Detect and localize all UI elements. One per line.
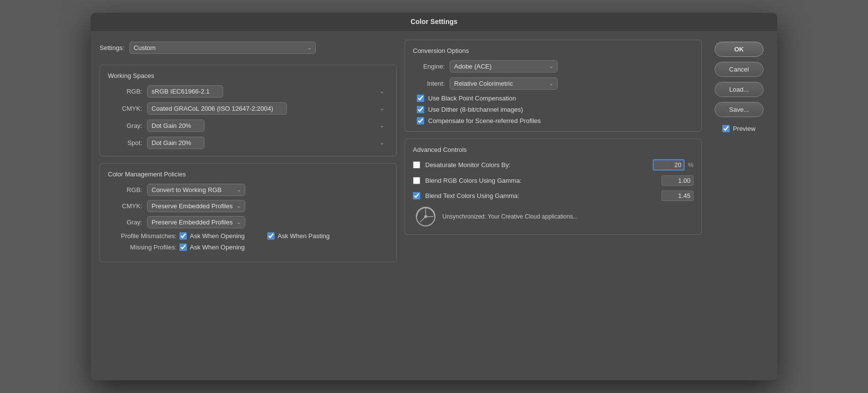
- ask-opening-2-group: Ask When Opening: [179, 244, 245, 251]
- settings-select[interactable]: Custom Monitor Color sRGB General Purpos…: [129, 42, 316, 54]
- engine-select[interactable]: Adobe (ACE) Apple CMM: [450, 60, 558, 73]
- unsync-text: Unsynchronized: Your Creative Cloud appl…: [442, 213, 578, 220]
- ask-opening-2-checkbox[interactable]: [179, 244, 187, 251]
- gray-select-wrapper: Dot Gain 20%: [147, 120, 388, 132]
- policy-rgb-label: RGB:: [108, 186, 142, 194]
- cmyk-select[interactable]: Coated GRACoL 2006 (ISO 12647-2:2004): [147, 102, 287, 115]
- load-button[interactable]: Load...: [715, 82, 764, 97]
- policy-gray-label: Gray:: [108, 219, 142, 226]
- blend-text-label: Blend Text Colors Using Gamma:: [425, 192, 662, 199]
- blend-rgb-row: Blend RGB Colors Using Gamma:: [413, 175, 693, 186]
- gray-label: Gray:: [108, 122, 142, 129]
- ask-pasting-group: Ask When Pasting: [267, 232, 330, 240]
- unsync-icon: [415, 206, 436, 227]
- rgb-select[interactable]: sRGB IEC61966-2.1: [147, 85, 223, 98]
- policy-rgb-wrapper: Off Preserve Embedded Profiles Convert t…: [147, 184, 245, 196]
- policy-cmyk-row: CMYK: Off Preserve Embedded Profiles Con…: [108, 200, 388, 212]
- unsync-row: Unsynchronized: Your Creative Cloud appl…: [413, 206, 693, 227]
- preview-group: Preview: [722, 125, 755, 132]
- desaturate-input[interactable]: [653, 159, 685, 171]
- spot-label: Spot:: [108, 139, 142, 147]
- intent-select[interactable]: Perceptual Saturation Relative Colorimet…: [450, 77, 558, 90]
- missing-profiles-label: Missing Profiles:: [108, 244, 177, 251]
- policy-cmyk-wrapper: Off Preserve Embedded Profiles Convert t…: [147, 200, 245, 212]
- ask-pasting-checkbox[interactable]: [267, 232, 275, 240]
- missing-profiles-row: Missing Profiles: Ask When Opening: [108, 244, 388, 251]
- policy-gray-select[interactable]: Off Preserve Embedded Profiles Convert t…: [147, 216, 245, 228]
- preview-label: Preview: [733, 125, 755, 132]
- cmyk-select-wrapper: Coated GRACoL 2006 (ISO 12647-2:2004): [147, 102, 388, 115]
- rgb-row: RGB: sRGB IEC61966-2.1: [108, 85, 388, 98]
- advanced-controls-section: Advanced Controls Desaturate Monitor Col…: [405, 139, 702, 235]
- desaturate-label: Desaturate Monitor Colors By:: [425, 161, 653, 169]
- settings-row: Settings: Custom Monitor Color sRGB Gene…: [100, 40, 397, 58]
- policy-gray-wrapper: Off Preserve Embedded Profiles Convert t…: [147, 216, 245, 228]
- color-management-title: Color Management Policies: [108, 171, 388, 178]
- title-text: Color Settings: [410, 18, 458, 25]
- ask-opening-2-label: Ask When Opening: [190, 244, 245, 251]
- gray-select[interactable]: Dot Gain 20%: [147, 120, 204, 132]
- blend-rgb-label: Blend RGB Colors Using Gamma:: [425, 177, 662, 184]
- policy-cmyk-label: CMYK:: [108, 202, 142, 210]
- cancel-button[interactable]: Cancel: [715, 62, 764, 77]
- ok-button[interactable]: OK: [715, 42, 764, 57]
- cmyk-label: CMYK:: [108, 105, 142, 112]
- spot-select[interactable]: Dot Gain 20%: [147, 137, 204, 149]
- preview-checkbox[interactable]: [722, 125, 730, 132]
- engine-select-wrapper: Adobe (ACE) Apple CMM: [450, 60, 558, 73]
- ask-opening-1-label: Ask When Opening: [190, 232, 245, 240]
- working-spaces-section: Working Spaces RGB: sRGB IEC61966-2.1 CM…: [100, 65, 397, 156]
- intent-select-wrapper: Perceptual Saturation Relative Colorimet…: [450, 77, 558, 90]
- black-point-label: Use Black Point Compensation: [428, 95, 516, 102]
- blend-text-row: Blend Text Colors Using Gamma:: [413, 191, 693, 201]
- black-point-row: Use Black Point Compensation: [413, 95, 693, 102]
- right-column: Conversion Options Engine: Adobe (ACE) A…: [405, 40, 702, 371]
- policy-gray-row: Gray: Off Preserve Embedded Profiles Con…: [108, 216, 388, 228]
- color-settings-dialog: Color Settings Settings: Custom Monitor …: [91, 13, 777, 380]
- dialog-title: Color Settings: [91, 13, 777, 31]
- rgb-select-wrapper: sRGB IEC61966-2.1: [147, 85, 388, 98]
- intent-label: Intent:: [413, 80, 445, 87]
- engine-row: Engine: Adobe (ACE) Apple CMM: [413, 60, 693, 73]
- settings-select-wrapper: Custom Monitor Color sRGB General Purpos…: [129, 42, 316, 54]
- spot-row: Spot: Dot Gain 20%: [108, 137, 388, 149]
- scene-referred-row: Compensate for Scene-referred Profiles: [413, 117, 693, 124]
- dither-row: Use Dither (8-bit/channel images): [413, 106, 693, 113]
- ask-opening-1-checkbox[interactable]: [179, 232, 187, 240]
- blend-rgb-checkbox[interactable]: [413, 177, 420, 184]
- ask-pasting-label: Ask When Pasting: [278, 232, 330, 240]
- ask-opening-1-group: Ask When Opening: [179, 232, 245, 240]
- engine-label: Engine:: [413, 63, 445, 70]
- left-column: Settings: Custom Monitor Color sRGB Gene…: [100, 40, 397, 371]
- intent-row: Intent: Perceptual Saturation Relative C…: [413, 77, 693, 90]
- dither-label: Use Dither (8-bit/channel images): [428, 106, 523, 113]
- conversion-options-title: Conversion Options: [413, 47, 693, 54]
- blend-rgb-input[interactable]: [662, 175, 693, 186]
- blend-text-checkbox[interactable]: [413, 192, 420, 199]
- svg-point-1: [424, 215, 427, 218]
- scene-referred-label: Compensate for Scene-referred Profiles: [428, 117, 541, 124]
- buttons-column: OK Cancel Load... Save... Preview: [710, 40, 768, 371]
- cmyk-row: CMYK: Coated GRACoL 2006 (ISO 12647-2:20…: [108, 102, 388, 115]
- spot-select-wrapper: Dot Gain 20%: [147, 137, 388, 149]
- policy-rgb-select[interactable]: Off Preserve Embedded Profiles Convert t…: [147, 184, 245, 196]
- dither-checkbox[interactable]: [417, 106, 424, 113]
- working-spaces-title: Working Spaces: [108, 72, 388, 79]
- scene-referred-checkbox[interactable]: [417, 117, 424, 124]
- advanced-controls-title: Advanced Controls: [413, 146, 693, 153]
- profile-mismatches-row: Profile Mismatches: Ask When Opening Ask…: [108, 232, 388, 240]
- rgb-label: RGB:: [108, 88, 142, 95]
- save-button[interactable]: Save...: [715, 102, 764, 117]
- gray-row: Gray: Dot Gain 20%: [108, 120, 388, 132]
- color-management-section: Color Management Policies RGB: Off Prese…: [100, 163, 397, 262]
- desaturate-unit: %: [688, 161, 693, 169]
- black-point-checkbox[interactable]: [417, 95, 424, 102]
- policy-cmyk-select[interactable]: Off Preserve Embedded Profiles Convert t…: [147, 200, 245, 212]
- desaturate-row: Desaturate Monitor Colors By: %: [413, 159, 693, 171]
- settings-label: Settings:: [100, 44, 125, 51]
- desaturate-checkbox[interactable]: [413, 161, 420, 169]
- conversion-options-section: Conversion Options Engine: Adobe (ACE) A…: [405, 40, 702, 132]
- blend-text-input[interactable]: [662, 191, 693, 201]
- profile-mismatches-label: Profile Mismatches:: [108, 232, 177, 240]
- policy-rgb-row: RGB: Off Preserve Embedded Profiles Conv…: [108, 184, 388, 196]
